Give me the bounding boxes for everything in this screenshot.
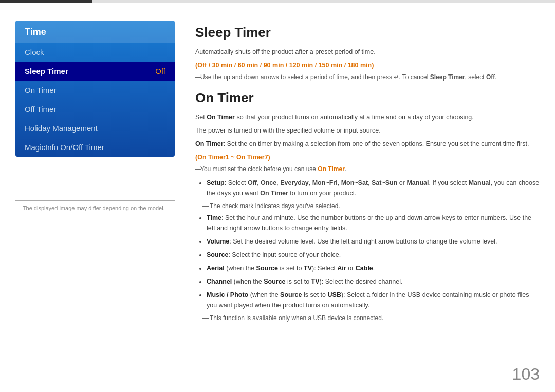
- top-bar: [0, 0, 555, 3]
- bullet-source: Source: Select the input source of your …: [207, 250, 540, 260]
- subnote-check: The check mark indicates days you've sel…: [195, 202, 540, 210]
- sidebar-item-holiday-label: Holiday Management: [25, 124, 98, 133]
- on-timer-options: (On Timer1 ~ On Timer7): [195, 152, 540, 162]
- sidebar-footer-divider: [15, 200, 175, 201]
- sleep-timer-note: Use the up and down arrows to select a p…: [195, 73, 540, 81]
- sidebar: Time Clock Sleep Timer Off On Timer Off …: [15, 21, 175, 157]
- bullet-music-photo: Music / Photo (when the Source is set to…: [207, 290, 540, 310]
- sidebar-item-magicinfo-label: MagicInfo On/Off Timer: [25, 143, 104, 152]
- sidebar-footer: — The displayed image may differ dependi…: [15, 200, 175, 211]
- sidebar-item-sleep-timer-value: Off: [155, 67, 165, 76]
- main-content: Sleep Timer Automatically shuts off the …: [195, 21, 540, 371]
- sleep-timer-description: Automatically shuts off the product afte…: [195, 47, 540, 57]
- on-timer-desc3: On Timer: Set the on timer by making a s…: [195, 139, 540, 149]
- bullet-channel: Channel (when the Source is set to TV): …: [207, 276, 540, 287]
- on-timer-bullet-list: Setup: Select Off, Once, Everyday, Mon~F…: [195, 178, 540, 198]
- on-timer-prereq-note: You must set the clock before you can us…: [195, 165, 540, 173]
- page-number: 103: [512, 365, 540, 384]
- sidebar-item-sleep-timer[interactable]: Sleep Timer Off: [15, 62, 175, 81]
- sidebar-footer-text: — The displayed image may differ dependi…: [15, 205, 175, 211]
- on-timer-desc2: The power is turned on with the specifie…: [195, 125, 540, 136]
- sidebar-item-holiday-management[interactable]: Holiday Management: [15, 119, 175, 138]
- sidebar-item-off-timer[interactable]: Off Timer: [15, 100, 175, 119]
- sleep-timer-options: (Off / 30 min / 60 min / 90 min / 120 mi…: [195, 60, 540, 70]
- on-timer-section: On Timer Set On Timer so that your produ…: [195, 90, 540, 322]
- sidebar-item-clock[interactable]: Clock: [15, 43, 175, 62]
- on-timer-desc1: Set On Timer so that your product turns …: [195, 112, 540, 122]
- sidebar-title: Time: [15, 21, 175, 43]
- top-bar-accent: [0, 0, 92, 3]
- subnote-usb: This function is available only when a U…: [195, 314, 540, 322]
- sleep-timer-heading: Sleep Timer: [195, 25, 540, 41]
- sidebar-item-sleep-timer-label: Sleep Timer: [25, 67, 68, 76]
- sidebar-item-off-timer-label: Off Timer: [25, 105, 56, 114]
- bullet-volume: Volume: Set the desired volume level. Us…: [207, 236, 540, 247]
- sleep-timer-section: Sleep Timer Automatically shuts off the …: [195, 25, 540, 81]
- bullet-aerial: Aerial (when the Source is set to TV): S…: [207, 263, 540, 273]
- sidebar-item-clock-label: Clock: [25, 48, 44, 57]
- on-timer-bullet-list-2: Time: Set the hour and minute. Use the n…: [195, 213, 540, 310]
- sidebar-item-on-timer-label: On Timer: [25, 86, 57, 95]
- bullet-setup: Setup: Select Off, Once, Everyday, Mon~F…: [207, 178, 540, 198]
- sidebar-item-on-timer[interactable]: On Timer: [15, 81, 175, 100]
- on-timer-heading: On Timer: [195, 90, 540, 106]
- bullet-time: Time: Set the hour and minute. Use the n…: [207, 213, 540, 233]
- sleep-timer-options-text: (Off / 30 min / 60 min / 90 min / 120 mi…: [195, 62, 374, 69]
- sidebar-item-magicinfo[interactable]: MagicInfo On/Off Timer: [15, 138, 175, 157]
